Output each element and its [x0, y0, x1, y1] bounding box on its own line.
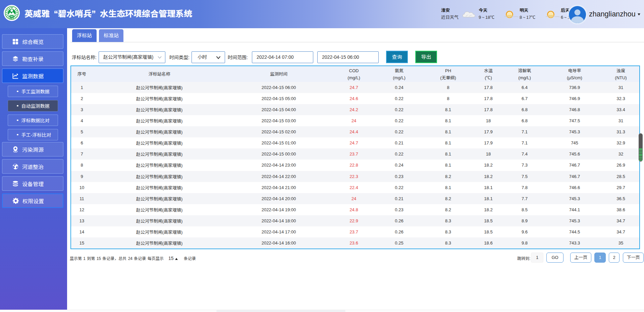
- svg-text:MEE: MEE: [9, 17, 14, 19]
